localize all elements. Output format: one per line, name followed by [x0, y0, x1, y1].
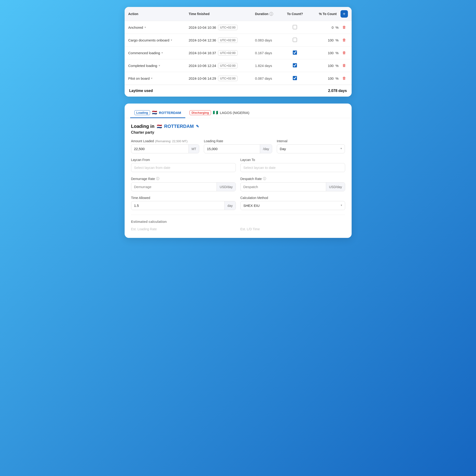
amount-loaded-label: Amount Loaded (Remaining: 22,500 MT) [131, 139, 199, 143]
time-value: 2024-10-06 12:24 [189, 64, 216, 68]
estimated-title: Estimated calculation [131, 220, 345, 223]
duration-cell-0 [251, 21, 281, 34]
pct-value: 100 [328, 51, 334, 55]
loading-rate-input[interactable] [204, 145, 260, 153]
laycan-from-input[interactable] [131, 163, 236, 172]
pct-value: 100 [328, 38, 334, 42]
discharging-badge: Discharging [189, 110, 211, 115]
action-cell-4: Pilot on board ▾ [125, 72, 185, 85]
to-count-checkbox[interactable] [293, 38, 297, 42]
delete-row-button[interactable]: 🗑 [340, 24, 348, 30]
loading-rate-label: Loading Rate [204, 139, 272, 143]
loading-rate-input-row: /day [204, 144, 272, 153]
pct-unit: % [335, 76, 339, 80]
calc-method-select-row: SHEX EIU SHINC SHEX ▾ [240, 201, 345, 210]
col-time-finished: Time finished [185, 7, 252, 21]
time-value: 2024-10-04 16:37 [189, 51, 216, 55]
calc-method-group: Calculation Method SHEX EIU SHINC SHEX ▾ [240, 196, 345, 210]
laycan-from-group: Laycan From [131, 158, 236, 172]
duration-info-icon[interactable]: i [269, 12, 273, 16]
timezone-badge[interactable]: UTC+02:00 [218, 37, 238, 43]
section-flag: 🇳🇱 [157, 124, 162, 129]
pct-to-count-cell-1: 100 % 🗑 [309, 34, 352, 47]
add-row-button[interactable]: + [340, 10, 348, 17]
action-chevron-icon: ▾ [145, 26, 146, 29]
action-label: Cargo documents onboard [128, 38, 170, 42]
time-allowed-input-row: day [131, 201, 236, 210]
amount-loaded-sub: (Remaining: 22,500 MT) [155, 139, 187, 143]
demurrage-rate-group: Demurrage Rate ⓘ USD/day [131, 177, 236, 191]
table-row: Anchored ▾ 2024-10-04 10:36 UTC+02:00 0 … [125, 21, 352, 34]
delete-row-button[interactable]: 🗑 [340, 37, 348, 43]
demurrage-input[interactable] [131, 183, 217, 191]
timezone-badge[interactable]: UTC+02:00 [218, 25, 238, 30]
estimated-labels: Est. Loading Rate Est. L/D Time [131, 227, 345, 231]
est-loading-rate-label: Est. Loading Rate [131, 227, 236, 231]
time-cell-4: 2024-10-06 14:29 UTC+02:00 [185, 72, 252, 85]
form-row-4: Time Allowed day Calculation Method SHEX… [131, 196, 345, 210]
duration-value: 1.824 days [255, 64, 272, 68]
time-allowed-unit: day [224, 201, 236, 210]
time-value: 2024-10-04 10:36 [189, 25, 216, 29]
duration-cell-2: 0.167 days [251, 47, 281, 59]
demurrage-help-icon[interactable]: ⓘ [156, 177, 159, 181]
loading-form-card: Loading 🇳🇱 ROTTERDAM Discharging 🇳🇬 LAGO… [125, 103, 352, 238]
action-cell-2: Commenced loading ▾ [125, 47, 185, 59]
action-label: Commenced loading [128, 51, 160, 55]
despatch-unit: USD/day [326, 183, 345, 191]
pct-unit: % [335, 64, 339, 68]
est-ld-time-label: Est. L/D Time [240, 227, 345, 231]
time-allowed-input[interactable] [131, 201, 224, 210]
duration-value: 0.083 days [255, 38, 272, 42]
action-chevron-icon: ▾ [161, 51, 163, 54]
duration-cell-4: 0.087 days [251, 72, 281, 85]
action-cell-1: Cargo documents onboard ▾ [125, 34, 185, 47]
edit-title-icon[interactable]: ✎ [196, 124, 199, 129]
to-count-checkbox[interactable] [293, 51, 297, 55]
demurrage-input-row: USD/day [131, 182, 236, 191]
timezone-badge[interactable]: UTC+02:00 [218, 50, 238, 56]
action-label: Anchored [128, 25, 143, 29]
form-section: Loading in 🇳🇱 ROTTERDAM ✎ Charter party … [125, 118, 352, 231]
tab-discharging[interactable]: Discharging 🇳🇬 LAGOS (NIGERIA) [185, 108, 254, 118]
interval-select[interactable]: Day Hour Week [277, 145, 338, 153]
laycan-to-group: Laycan To [240, 158, 345, 172]
calc-method-chevron-icon: ▾ [338, 201, 345, 210]
pct-to-count-cell-0: 0 % 🗑 [309, 21, 352, 34]
interval-select-row: Day Hour Week ▾ [277, 144, 345, 153]
calc-method-label: Calculation Method [240, 196, 345, 200]
delete-row-button[interactable]: 🗑 [340, 63, 348, 68]
to-count-checkbox[interactable] [293, 76, 297, 80]
laycan-to-input[interactable] [240, 163, 345, 172]
laytime-table-card: Action Time finished Duration i [125, 7, 352, 97]
despatch-rate-label: Despatch Rate ⓘ [240, 177, 345, 181]
tab-loading[interactable]: Loading 🇳🇱 ROTTERDAM [130, 108, 185, 118]
action-chevron-icon: ▾ [151, 77, 153, 80]
lagos-name: LAGOS (NIGERIA) [220, 111, 250, 115]
delete-row-button[interactable]: 🗑 [340, 75, 348, 81]
despatch-help-icon[interactable]: ⓘ [263, 177, 266, 181]
to-count-cell-3 [281, 59, 309, 72]
rotterdam-flag: 🇳🇱 [152, 110, 157, 115]
calc-method-select[interactable]: SHEX EIU SHINC SHEX [241, 201, 338, 210]
laytime-footer: Laytime used 2.078 days [125, 85, 352, 97]
timezone-badge[interactable]: UTC+02:00 [218, 76, 238, 81]
col-duration: Duration i [251, 7, 281, 21]
interval-chevron-icon: ▾ [338, 145, 345, 153]
to-count-checkbox[interactable] [293, 63, 297, 68]
duration-cell-1: 0.083 days [251, 34, 281, 47]
action-label: Completed loading [128, 64, 157, 68]
to-count-cell-4 [281, 72, 309, 85]
time-value: 2024-10-06 14:29 [189, 76, 216, 80]
section-port: ROTTERDAM [164, 124, 194, 129]
to-count-checkbox[interactable] [293, 25, 297, 29]
timezone-badge[interactable]: UTC+02:00 [218, 63, 238, 68]
loading-rate-unit: /day [260, 145, 272, 153]
despatch-input[interactable] [241, 183, 326, 191]
lagos-flag: 🇳🇬 [213, 110, 218, 115]
pct-unit: % [335, 38, 339, 42]
pct-value: 0 [332, 25, 334, 29]
amount-loaded-input[interactable] [131, 145, 188, 153]
delete-row-button[interactable]: 🗑 [340, 50, 348, 56]
table-row: Cargo documents onboard ▾ 2024-10-04 12:… [125, 34, 352, 47]
